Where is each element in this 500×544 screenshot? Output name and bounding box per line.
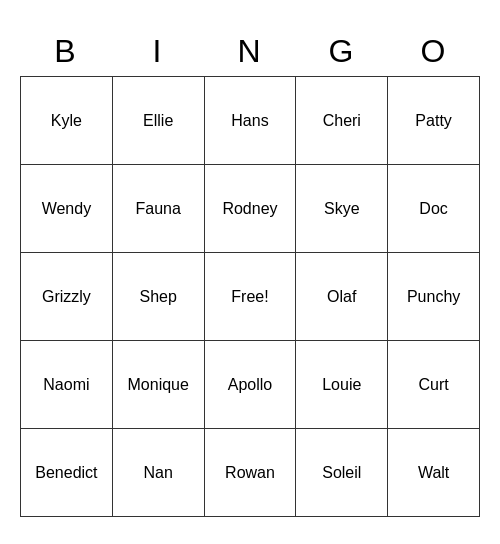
cell-r3-c1: Monique bbox=[113, 341, 205, 429]
cell-r4-c1: Nan bbox=[113, 429, 205, 517]
cell-r2-c1: Shep bbox=[113, 253, 205, 341]
cell-r2-c2: Free! bbox=[205, 253, 297, 341]
cell-text: Wendy bbox=[42, 200, 92, 218]
cell-text: Patty bbox=[415, 112, 451, 130]
cell-r2-c3: Olaf bbox=[296, 253, 388, 341]
cell-r1-c0: Wendy bbox=[21, 165, 113, 253]
cell-text: Rodney bbox=[222, 200, 277, 218]
cell-text: Fauna bbox=[136, 200, 181, 218]
cell-text: Shep bbox=[140, 288, 177, 306]
bingo-header: BINGO bbox=[20, 27, 480, 76]
header-letter: N bbox=[204, 27, 296, 76]
cell-r3-c3: Louie bbox=[296, 341, 388, 429]
cell-text: Olaf bbox=[327, 288, 356, 306]
cell-r0-c4: Patty bbox=[388, 77, 480, 165]
cell-r4-c0: Benedict bbox=[21, 429, 113, 517]
cell-text: Skye bbox=[324, 200, 360, 218]
cell-text: Apollo bbox=[228, 376, 272, 394]
cell-r4-c3: Soleil bbox=[296, 429, 388, 517]
cell-text: Walt bbox=[418, 464, 449, 482]
cell-text: Free! bbox=[231, 288, 268, 306]
cell-r4-c2: Rowan bbox=[205, 429, 297, 517]
cell-text: Ellie bbox=[143, 112, 173, 130]
cell-r2-c4: Punchy bbox=[388, 253, 480, 341]
bingo-grid: KyleEllieHansCheriPattyWendyFaunaRodneyS… bbox=[20, 76, 480, 517]
cell-text: Benedict bbox=[35, 464, 97, 482]
cell-text: Kyle bbox=[51, 112, 82, 130]
cell-r1-c4: Doc bbox=[388, 165, 480, 253]
cell-text: Louie bbox=[322, 376, 361, 394]
cell-text: Grizzly bbox=[42, 288, 91, 306]
cell-text: Naomi bbox=[43, 376, 89, 394]
header-letter: B bbox=[20, 27, 112, 76]
cell-r3-c0: Naomi bbox=[21, 341, 113, 429]
cell-r3-c2: Apollo bbox=[205, 341, 297, 429]
cell-r4-c4: Walt bbox=[388, 429, 480, 517]
cell-r0-c2: Hans bbox=[205, 77, 297, 165]
cell-r1-c1: Fauna bbox=[113, 165, 205, 253]
cell-r1-c2: Rodney bbox=[205, 165, 297, 253]
cell-r0-c0: Kyle bbox=[21, 77, 113, 165]
header-letter: O bbox=[388, 27, 480, 76]
cell-text: Nan bbox=[144, 464, 173, 482]
header-letter: G bbox=[296, 27, 388, 76]
header-letter: I bbox=[112, 27, 204, 76]
cell-text: Doc bbox=[419, 200, 447, 218]
cell-r2-c0: Grizzly bbox=[21, 253, 113, 341]
cell-r0-c3: Cheri bbox=[296, 77, 388, 165]
cell-text: Monique bbox=[128, 376, 189, 394]
cell-text: Cheri bbox=[323, 112, 361, 130]
cell-text: Soleil bbox=[322, 464, 361, 482]
cell-r0-c1: Ellie bbox=[113, 77, 205, 165]
cell-r3-c4: Curt bbox=[388, 341, 480, 429]
cell-text: Rowan bbox=[225, 464, 275, 482]
cell-text: Punchy bbox=[407, 288, 460, 306]
cell-text: Hans bbox=[231, 112, 268, 130]
cell-r1-c3: Skye bbox=[296, 165, 388, 253]
cell-text: Curt bbox=[418, 376, 448, 394]
bingo-card: BINGO KyleEllieHansCheriPattyWendyFaunaR… bbox=[20, 27, 480, 517]
